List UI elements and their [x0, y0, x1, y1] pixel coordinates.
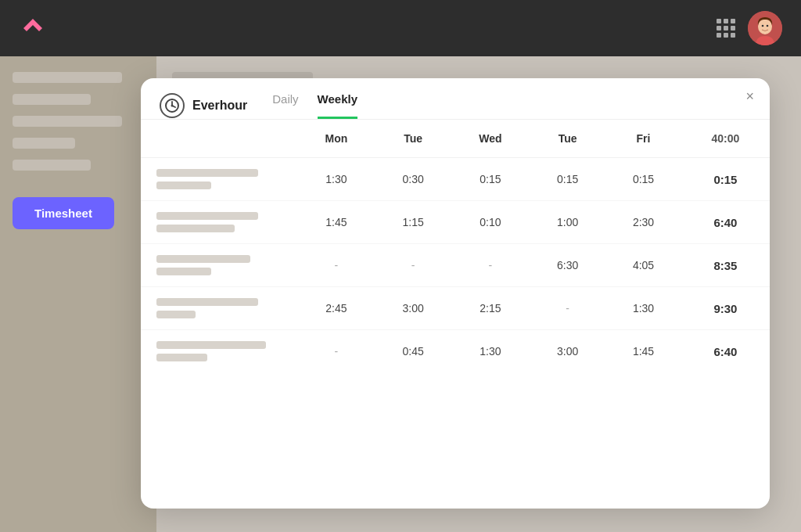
table-row: 1:45 1:15 0:10 1:00 2:30 6:40 [141, 201, 770, 244]
grid-menu-icon[interactable] [717, 19, 735, 38]
col-header-thu: Tue [530, 120, 605, 158]
sidebar-skeleton-2 [13, 94, 91, 105]
close-button[interactable]: × [745, 89, 754, 103]
time-cell-tue-3: - [375, 244, 451, 287]
time-cell-wed-5: 1:30 [451, 330, 530, 373]
time-cell-fri-2: 2:30 [605, 201, 681, 244]
col-header-total: 40:00 [681, 120, 770, 158]
row-label-2 [156, 212, 288, 232]
row-bar [156, 225, 235, 232]
row-bar [156, 255, 250, 263]
total-cell-4: 9:30 [681, 287, 770, 330]
time-cell-mon-4: 2:45 [297, 287, 375, 330]
app-logo[interactable] [19, 14, 47, 42]
row-label-5 [156, 341, 288, 361]
top-bar-right [717, 11, 782, 45]
sidebar-skeleton-3 [13, 116, 122, 127]
table-header-row: Mon Tue Wed Tue Fri 40:00 [141, 120, 770, 158]
time-cell-thu-1: 0:15 [530, 158, 605, 201]
time-cell-tue-5: 0:45 [375, 330, 451, 373]
time-cell-thu-2: 1:00 [530, 201, 605, 244]
time-cell-mon-1: 1:30 [297, 158, 375, 201]
time-cell-mon-2: 1:45 [297, 201, 375, 244]
row-bar [156, 212, 258, 220]
tab-weekly[interactable]: Weekly [318, 92, 357, 119]
time-cell-mon-3: - [297, 244, 375, 287]
time-cell-thu-4: - [530, 287, 605, 330]
table-row: - 0:45 1:30 3:00 1:45 6:40 [141, 330, 770, 373]
row-label-cell [141, 158, 297, 201]
tab-daily[interactable]: Daily [272, 92, 298, 119]
time-cell-fri-4: 1:30 [605, 287, 681, 330]
total-cell-1: 0:15 [681, 158, 770, 201]
time-cell-mon-5: - [297, 330, 375, 373]
modal-logo: Everhour [160, 93, 247, 118]
svg-point-2 [762, 25, 764, 27]
time-cell-wed-3: - [451, 244, 530, 287]
time-cell-fri-1: 0:15 [605, 158, 681, 201]
table-row: - - - 6:30 4:05 8:35 [141, 244, 770, 287]
everhour-clock-icon [160, 93, 185, 118]
modal-logo-text: Everhour [192, 99, 247, 113]
timesheet-modal: Everhour Daily Weekly × Mon Tue Wed Tue … [141, 78, 770, 509]
sidebar: Timesheet [0, 56, 156, 532]
row-bar [156, 341, 266, 349]
total-cell-2: 6:40 [681, 201, 770, 244]
timesheet-table-container: Mon Tue Wed Tue Fri 40:00 [141, 120, 770, 509]
timesheet-button[interactable]: Timesheet [13, 197, 114, 229]
row-label-cell [141, 330, 297, 373]
avatar[interactable] [748, 11, 782, 45]
svg-point-3 [767, 25, 769, 27]
row-label-cell [141, 201, 297, 244]
time-cell-tue-4: 3:00 [375, 287, 451, 330]
col-header-tue: Tue [375, 120, 451, 158]
row-bar [156, 268, 211, 275]
row-bar [156, 169, 258, 177]
time-cell-wed-1: 0:15 [451, 158, 530, 201]
time-cell-fri-3: 4:05 [605, 244, 681, 287]
time-cell-tue-1: 0:30 [375, 158, 451, 201]
sidebar-skeleton-1 [13, 72, 122, 83]
row-bar [156, 298, 258, 306]
timesheet-table: Mon Tue Wed Tue Fri 40:00 [141, 120, 770, 372]
time-cell-thu-3: 6:30 [530, 244, 605, 287]
time-cell-wed-4: 2:15 [451, 287, 530, 330]
row-label-4 [156, 298, 288, 318]
top-bar [0, 0, 801, 56]
row-bar [156, 354, 207, 361]
col-header-fri: Fri [605, 120, 681, 158]
time-cell-fri-5: 1:45 [605, 330, 681, 373]
sidebar-skeleton-5 [13, 160, 91, 171]
time-cell-wed-2: 0:10 [451, 201, 530, 244]
row-label-1 [156, 169, 288, 189]
sidebar-skeleton-4 [13, 138, 75, 149]
row-label-cell [141, 287, 297, 330]
time-cell-thu-5: 3:00 [530, 330, 605, 373]
row-bar [156, 182, 211, 189]
row-bar [156, 311, 196, 318]
col-header-mon: Mon [297, 120, 375, 158]
row-label-cell [141, 244, 297, 287]
row-label-3 [156, 255, 288, 275]
total-cell-3: 8:35 [681, 244, 770, 287]
time-cell-tue-2: 1:15 [375, 201, 451, 244]
table-row: 2:45 3:00 2:15 - 1:30 9:30 [141, 287, 770, 330]
col-header-label [141, 120, 297, 158]
modal-header: Everhour Daily Weekly × [141, 78, 770, 120]
table-row: 1:30 0:30 0:15 0:15 0:15 0:15 [141, 158, 770, 201]
total-cell-5: 6:40 [681, 330, 770, 373]
svg-point-1 [758, 19, 772, 34]
col-header-wed: Wed [451, 120, 530, 158]
svg-point-5 [171, 105, 174, 107]
